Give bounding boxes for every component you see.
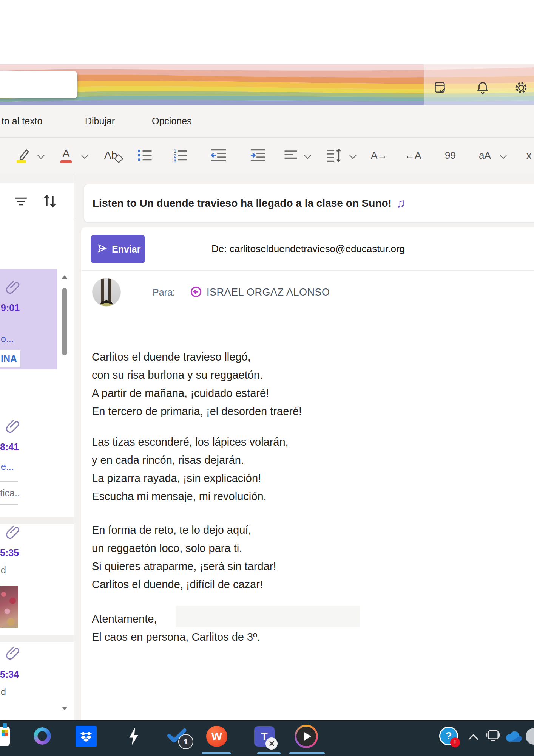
attachment-thumbnail[interactable] bbox=[0, 586, 18, 628]
wps-letter: W bbox=[211, 730, 222, 743]
teams-icon[interactable]: T bbox=[254, 726, 275, 747]
outlook-window: to al texto Dibujar Opciones A Ab 123 A→… bbox=[0, 0, 534, 756]
recipient-arrow-icon bbox=[190, 286, 202, 298]
numbered-list-icon[interactable]: 123 bbox=[172, 142, 189, 169]
body-line: En forma de reto, te lo dejo aquí, bbox=[92, 521, 276, 539]
body-line: Atentamente, bbox=[92, 610, 260, 628]
line-spacing-icon[interactable] bbox=[326, 142, 343, 169]
attachment-icon bbox=[5, 646, 20, 663]
align-icon[interactable] bbox=[282, 142, 299, 169]
subject-field[interactable]: Listen to Un duende travieso ha llegado … bbox=[84, 184, 534, 222]
font-color-letter: A bbox=[63, 147, 70, 160]
ltr-icon[interactable]: A→ bbox=[371, 142, 387, 169]
body-line: Si quieres atraparme, ¡será sin tardar! bbox=[92, 557, 276, 575]
bell-icon[interactable] bbox=[475, 80, 490, 95]
wps-icon[interactable]: W bbox=[206, 726, 227, 747]
message-body-signature[interactable]: Atentamente, El caos en persona, Carlito… bbox=[92, 610, 260, 646]
quote-icon[interactable]: 99 bbox=[445, 142, 456, 169]
bolt-icon[interactable] bbox=[123, 726, 144, 748]
font-color-bar bbox=[60, 160, 72, 163]
bullet-list-icon[interactable] bbox=[137, 142, 153, 169]
body-line: y en cada rincón, risas dejarán. bbox=[92, 451, 289, 469]
send-button[interactable]: Enviar bbox=[91, 235, 145, 263]
onedrive-icon[interactable] bbox=[504, 730, 523, 745]
font-color-icon[interactable]: A bbox=[60, 142, 72, 169]
scroll-down-arrow[interactable] bbox=[62, 707, 67, 710]
tab-opciones[interactable]: Opciones bbox=[152, 113, 192, 129]
store-tile bbox=[5, 730, 8, 733]
gear-icon[interactable] bbox=[514, 80, 529, 95]
from-line[interactable]: De: carlitoselduendetravieso@educastur.o… bbox=[211, 234, 405, 264]
ribbon-tabs-bar bbox=[0, 105, 534, 138]
case-icon[interactable]: aA bbox=[479, 142, 491, 169]
rtl-label: ←A bbox=[405, 150, 421, 161]
spacing-dropdown-icon[interactable] bbox=[350, 142, 355, 169]
store-tile bbox=[5, 733, 8, 736]
search-highlight-chip: INA bbox=[0, 350, 20, 367]
play-icon[interactable] bbox=[295, 725, 318, 748]
compose-panel: Enviar De: carlitoselduendetravieso@educ… bbox=[81, 227, 534, 720]
clear-format-icon[interactable]: Ab bbox=[104, 142, 122, 169]
sort-icon[interactable] bbox=[41, 192, 59, 212]
body-line: La pizarra rayada, ¡sin explicación! bbox=[92, 469, 289, 487]
message-time: 8:41 bbox=[0, 442, 19, 452]
filter-icon[interactable] bbox=[13, 194, 29, 211]
scroll-up-arrow[interactable] bbox=[62, 275, 67, 279]
teams-close-badge bbox=[265, 737, 278, 750]
list-group-gap bbox=[0, 635, 74, 642]
help-icon[interactable]: ? ! bbox=[439, 727, 458, 745]
play-triangle bbox=[304, 732, 311, 741]
message-snippet: e... bbox=[1, 461, 14, 472]
cast-icon[interactable] bbox=[486, 729, 501, 744]
align-dropdown-icon[interactable] bbox=[305, 142, 310, 169]
list-group-gap bbox=[0, 517, 74, 524]
message-time: 5:35 bbox=[0, 547, 19, 558]
running-indicator bbox=[257, 752, 281, 754]
list-separator bbox=[0, 481, 18, 482]
dropbox-icon[interactable] bbox=[76, 726, 97, 747]
compose-divider bbox=[81, 270, 534, 271]
pane-divider bbox=[74, 174, 74, 720]
help-alert-badge: ! bbox=[450, 737, 460, 747]
attachment-icon bbox=[5, 420, 20, 436]
highlighter-dropdown-icon[interactable] bbox=[39, 142, 43, 169]
body-line: con su risa burlona y su reggaetón. bbox=[92, 366, 302, 384]
running-indicator bbox=[289, 752, 325, 754]
message-time: 9:01 bbox=[1, 302, 20, 313]
message-snippet: o... bbox=[1, 333, 14, 344]
body-line: Las tizas esconderé, los lápices volarán… bbox=[92, 433, 289, 451]
outdent-icon[interactable] bbox=[210, 142, 227, 169]
font-color-dropdown-icon[interactable] bbox=[82, 142, 87, 169]
list-scrollbar-thumb[interactable] bbox=[62, 288, 67, 355]
subscript-icon[interactable]: x bbox=[526, 142, 531, 169]
store-tile bbox=[2, 733, 5, 736]
svg-text:3: 3 bbox=[174, 158, 176, 163]
body-line: Carlitos el duende travieso llegó, bbox=[92, 348, 302, 366]
store-tile bbox=[2, 730, 5, 733]
send-label: Enviar bbox=[112, 244, 140, 255]
case-dropdown-icon[interactable] bbox=[501, 142, 506, 169]
body-line: El caos en persona, Carlitos de 3º. bbox=[92, 628, 260, 646]
send-options-dropdown-icon[interactable] bbox=[146, 240, 151, 258]
search-box-remnant[interactable] bbox=[0, 71, 77, 98]
rtl-icon[interactable]: ←A bbox=[405, 142, 421, 169]
todo-icon[interactable]: 1 bbox=[165, 724, 187, 748]
copilot-icon[interactable] bbox=[34, 727, 51, 745]
message-body-stanza[interactable]: En forma de reto, te lo dejo aquí, un re… bbox=[92, 521, 276, 593]
message-body-stanza[interactable]: Las tizas esconderé, los lápices volarán… bbox=[92, 433, 289, 505]
message-body-stanza[interactable]: Carlitos el duende travieso llegó, con s… bbox=[92, 348, 302, 420]
subscript-label: x bbox=[526, 150, 531, 161]
quote-label: 99 bbox=[445, 150, 456, 161]
tab-dibujar[interactable]: Dibujar bbox=[85, 113, 115, 129]
highlighter-icon[interactable] bbox=[14, 142, 32, 169]
tab-format-text[interactable]: to al texto bbox=[2, 113, 42, 129]
indent-icon[interactable] bbox=[249, 142, 267, 169]
list-header-border bbox=[0, 218, 74, 218]
running-indicator bbox=[202, 752, 231, 754]
message-snippet: tica.. bbox=[0, 488, 20, 499]
store-icon[interactable] bbox=[0, 727, 10, 746]
sender-avatar[interactable] bbox=[93, 278, 120, 306]
tasks-icon[interactable] bbox=[433, 80, 448, 95]
recipient-chip[interactable]: ISRAEL ORGAZ ALONSO bbox=[207, 285, 330, 300]
case-label: aA bbox=[479, 150, 491, 161]
